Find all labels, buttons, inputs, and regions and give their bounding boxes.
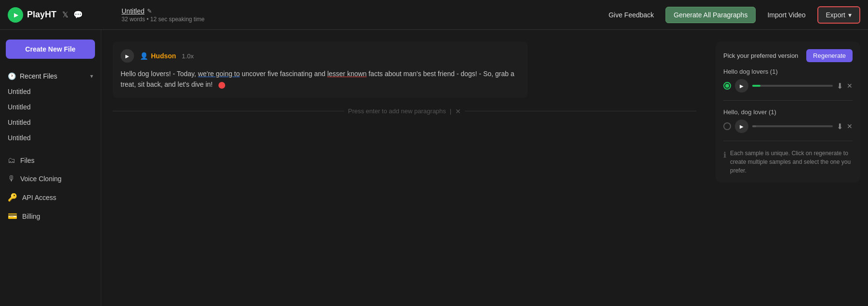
- edit-icon[interactable]: ✎: [147, 8, 152, 14]
- record-button[interactable]: [218, 82, 225, 89]
- close-hint-button[interactable]: ✕: [455, 107, 461, 115]
- separator: |: [450, 107, 451, 115]
- speed-control[interactable]: 1.0x: [182, 53, 194, 60]
- text-part-2: we're going to: [198, 70, 240, 78]
- create-new-file-button[interactable]: Create New File: [6, 40, 95, 59]
- version-2-play-button[interactable]: ▶: [735, 120, 748, 133]
- content-area: ▶ 👤 Hudson 1.0x Hello dog lovers! - Toda…: [101, 30, 868, 306]
- file-title-row: Untitled ✎: [122, 7, 595, 15]
- voice-name: Hudson: [151, 52, 176, 60]
- sidebar: Create New File 🕐 Recent Files ▾ Untitle…: [0, 30, 101, 306]
- version-2-progress-fill: [752, 125, 756, 127]
- sidebar-item-billing[interactable]: 💳 Billing: [0, 207, 101, 226]
- file-info: Untitled ✎ 32 words • 12 sec speaking ti…: [122, 7, 595, 23]
- editor-main: ▶ 👤 Hudson 1.0x Hello dog lovers! - Toda…: [101, 30, 708, 306]
- api-access-label: API Access: [22, 194, 56, 201]
- version-item-2: Hello, dog lover (1) ▶ ⬇ ✕: [723, 108, 853, 133]
- text-part-4: lesser known: [327, 70, 367, 78]
- microphone-icon: 🎙: [8, 174, 15, 183]
- export-label: Export: [826, 11, 845, 19]
- main-layout: Create New File 🕐 Recent Files ▾ Untitle…: [0, 30, 868, 306]
- version-2-close-icon[interactable]: ✕: [847, 122, 853, 130]
- version-2-label: Hello, dog lover (1): [723, 108, 853, 116]
- list-item[interactable]: Untitled: [0, 99, 101, 115]
- generate-all-button[interactable]: Generate All Paragraphs: [665, 7, 756, 23]
- social-icons: 𝕏 💬: [62, 10, 83, 19]
- billing-icon: 💳: [8, 212, 17, 221]
- paragraph-text[interactable]: Hello dog lovers! - Today, we're going t…: [121, 68, 520, 90]
- file-title-link[interactable]: Untitled: [122, 7, 144, 15]
- version-2-radio[interactable]: [723, 122, 731, 130]
- voice-cloning-label: Voice Cloning: [20, 175, 62, 183]
- version-1-progress[interactable]: [752, 85, 833, 87]
- clock-icon: 🕐: [8, 72, 16, 80]
- text-part-3: uncover five fascinating and: [240, 70, 327, 78]
- voice-selector[interactable]: 👤 Hudson: [140, 52, 176, 60]
- folder-icon: 🗂: [8, 156, 15, 165]
- version-1-progress-fill: [752, 85, 760, 87]
- feedback-button[interactable]: Give Feedback: [603, 8, 660, 22]
- recent-files-header[interactable]: 🕐 Recent Files ▾: [0, 68, 101, 84]
- version-1-label: Hello dog lovers (1): [723, 68, 853, 75]
- hint-text: Press enter to add new paragraphs: [348, 107, 446, 115]
- divider-left: [113, 111, 344, 111]
- twitter-icon[interactable]: 𝕏: [62, 10, 68, 19]
- version-1-play-button[interactable]: ▶: [735, 79, 748, 93]
- logo-text: PlayHT: [27, 10, 56, 20]
- voice-person-icon: 👤: [140, 52, 148, 60]
- version-1-radio[interactable]: [723, 82, 731, 90]
- version-2-controls: ▶ ⬇ ✕: [723, 120, 853, 133]
- version-2-progress[interactable]: [752, 125, 833, 127]
- version-info: ℹ Each sample is unique. Click on regene…: [723, 149, 853, 175]
- playht-logo-icon: [8, 7, 23, 23]
- sidebar-item-files[interactable]: 🗂 Files: [0, 151, 101, 170]
- chevron-down-icon: ▾: [90, 73, 93, 80]
- version-panel: Pick your preferred version Regenerate H…: [716, 41, 860, 183]
- recent-files-list: Untitled Untitled Untitled Untitled: [0, 84, 101, 149]
- recent-files-label: Recent Files: [20, 72, 57, 80]
- sidebar-item-voice-cloning[interactable]: 🎙 Voice Cloning: [0, 170, 101, 188]
- file-meta: 32 words • 12 sec speaking time: [122, 16, 595, 23]
- play-button[interactable]: ▶: [121, 49, 134, 63]
- sidebar-item-api-access[interactable]: 🔑 API Access: [0, 188, 101, 207]
- export-button[interactable]: Export ▾: [817, 6, 860, 24]
- key-icon: 🔑: [8, 193, 17, 202]
- version-info-text: Each sample is unique. Click on regenera…: [730, 149, 853, 175]
- list-item[interactable]: Untitled: [0, 115, 101, 130]
- version-item-1: Hello dog lovers (1) ▶ ⬇ ✕: [723, 68, 853, 93]
- version-panel-title: Pick your preferred version: [723, 52, 798, 59]
- logo-area: PlayHT 𝕏 💬: [8, 7, 104, 23]
- version-1-controls: ▶ ⬇ ✕: [723, 79, 853, 93]
- header: PlayHT 𝕏 💬 Untitled ✎ 32 words • 12 sec …: [0, 0, 868, 30]
- text-part-1: Hello dog lovers! - Today,: [121, 70, 198, 78]
- version-2-download-icon[interactable]: ⬇: [837, 122, 843, 131]
- version-1-close-icon[interactable]: ✕: [847, 82, 853, 90]
- divider-right: [465, 111, 696, 111]
- billing-label: Billing: [22, 213, 40, 220]
- import-video-button[interactable]: Import Video: [761, 8, 811, 22]
- paragraph-block: ▶ 👤 Hudson 1.0x Hello dog lovers! - Toda…: [113, 41, 528, 98]
- regenerate-button[interactable]: Regenerate: [806, 49, 853, 62]
- discord-icon[interactable]: 💬: [73, 10, 83, 19]
- version-1-download-icon[interactable]: ⬇: [837, 81, 843, 91]
- paragraph-header: ▶ 👤 Hudson 1.0x: [121, 49, 520, 63]
- version-divider: [723, 100, 853, 101]
- recent-files-section: 🕐 Recent Files ▾ Untitled Untitled Untit…: [0, 67, 101, 151]
- version-divider-2: [723, 141, 853, 141]
- info-icon: ℹ: [723, 149, 726, 161]
- header-actions: Give Feedback Generate All Paragraphs Im…: [603, 6, 860, 24]
- chevron-down-icon: ▾: [848, 11, 852, 19]
- list-item[interactable]: Untitled: [0, 130, 101, 146]
- add-paragraph-hint: Press enter to add new paragraphs | ✕: [113, 107, 696, 115]
- version-panel-header: Pick your preferred version Regenerate: [723, 49, 853, 62]
- list-item[interactable]: Untitled: [0, 84, 101, 99]
- files-label: Files: [20, 157, 35, 164]
